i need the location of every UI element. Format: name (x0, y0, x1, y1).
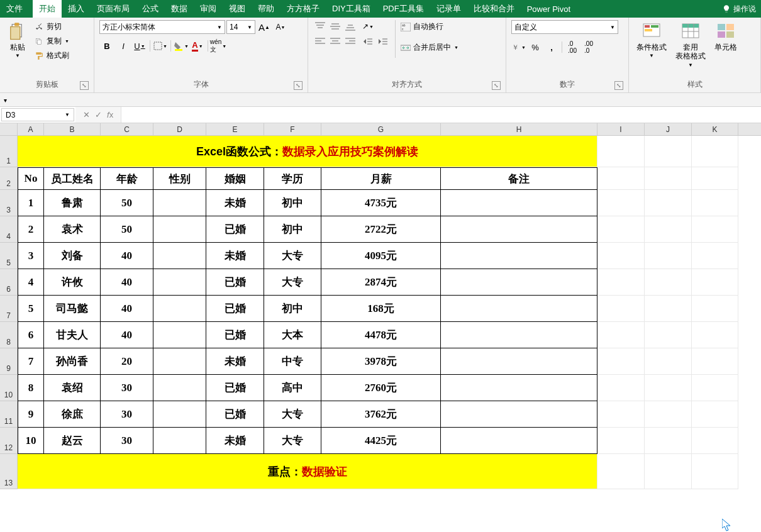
column-header[interactable]: A (18, 123, 44, 135)
underline-button[interactable]: U▼ (132, 39, 147, 53)
cell[interactable] (645, 167, 692, 190)
name-box[interactable]: D3▼ (1, 108, 74, 121)
cell[interactable] (692, 296, 738, 322)
row-header[interactable]: 8 (0, 322, 18, 348)
cell[interactable] (597, 375, 645, 401)
table-cell[interactable]: 5 (18, 296, 44, 322)
table-cell[interactable]: 已婚 (206, 269, 264, 296)
dialog-launcher-icon[interactable]: ⤡ (294, 81, 303, 90)
font-name-combo[interactable]: 方正小标宋简体▼ (99, 20, 225, 34)
cell[interactable] (692, 243, 738, 269)
align-bottom-button[interactable] (343, 20, 357, 33)
cell[interactable] (597, 401, 645, 428)
align-right-button[interactable] (343, 35, 357, 48)
table-cell[interactable]: 2874元 (321, 269, 441, 296)
cell[interactable] (597, 136, 645, 167)
cell[interactable] (597, 216, 645, 243)
table-cell[interactable]: 3762元 (321, 401, 441, 428)
row-header[interactable]: 1 (0, 136, 18, 167)
table-cell[interactable]: 未婚 (206, 190, 264, 216)
table-cell[interactable]: 4735元 (321, 190, 441, 216)
table-cell[interactable]: 大专 (264, 401, 321, 428)
table-cell[interactable]: 许攸 (44, 269, 101, 296)
cell[interactable] (597, 269, 645, 296)
table-cell[interactable]: 2722元 (321, 216, 441, 243)
row-header[interactable]: 9 (0, 348, 18, 375)
tab-record[interactable]: 记录单 (430, 0, 467, 18)
bold-button[interactable]: B (99, 39, 114, 53)
tab-help[interactable]: 帮助 (252, 0, 281, 18)
table-cell[interactable]: 4478元 (321, 322, 441, 348)
align-center-button[interactable] (328, 35, 342, 48)
table-header[interactable]: 员工姓名 (44, 167, 101, 190)
table-header[interactable]: No (18, 167, 44, 190)
cell[interactable] (645, 375, 692, 401)
tab-file[interactable]: 文件 (0, 0, 29, 18)
table-cell[interactable] (441, 296, 597, 322)
table-cell[interactable] (153, 348, 206, 375)
cell[interactable] (645, 243, 692, 269)
cell[interactable] (692, 167, 738, 190)
table-cell[interactable]: 40 (101, 243, 153, 269)
row-header[interactable]: 11 (0, 401, 18, 428)
row-header[interactable]: 6 (0, 269, 18, 296)
table-cell[interactable]: 40 (101, 322, 153, 348)
table-cell[interactable]: 2760元 (321, 375, 441, 401)
cell[interactable] (645, 269, 692, 296)
table-cell[interactable] (441, 401, 597, 428)
cell[interactable] (597, 190, 645, 216)
table-cell[interactable]: 30 (101, 375, 153, 401)
table-header[interactable]: 学历 (264, 167, 321, 190)
conditional-format-button[interactable]: 条件格式 ▼ (634, 20, 669, 60)
dialog-launcher-icon[interactable]: ⤡ (492, 81, 501, 90)
cell[interactable] (645, 348, 692, 375)
column-header[interactable]: F (264, 123, 321, 135)
cell[interactable] (692, 322, 738, 348)
dialog-launcher-icon[interactable]: ⤡ (614, 81, 623, 90)
table-cell[interactable]: 50 (101, 190, 153, 216)
table-cell[interactable]: 大专 (264, 243, 321, 269)
table-cell[interactable] (441, 216, 597, 243)
table-cell[interactable] (153, 216, 206, 243)
tab-compare[interactable]: 比较和合并 (467, 0, 521, 18)
column-header[interactable]: K (692, 123, 738, 135)
table-cell[interactable]: 9 (18, 401, 44, 428)
merge-center-button[interactable]: 合并后居中 ▼ (401, 41, 458, 54)
table-cell[interactable]: 鲁肃 (44, 190, 101, 216)
formula-input[interactable] (121, 107, 761, 123)
table-cell[interactable]: 初中 (264, 296, 321, 322)
cell[interactable] (692, 136, 738, 167)
table-header[interactable]: 月薪 (321, 167, 441, 190)
table-cell[interactable]: 刘备 (44, 243, 101, 269)
table-cell[interactable]: 50 (101, 216, 153, 243)
table-cell[interactable] (153, 190, 206, 216)
table-cell[interactable]: 大专 (264, 428, 321, 454)
table-cell[interactable] (441, 322, 597, 348)
table-cell[interactable]: 袁绍 (44, 375, 101, 401)
percent-button[interactable]: % (528, 40, 543, 54)
align-left-button[interactable] (313, 35, 327, 48)
table-cell[interactable]: 孙尚香 (44, 348, 101, 375)
table-cell[interactable]: 已婚 (206, 216, 264, 243)
tab-ffgz[interactable]: 方方格子 (281, 0, 326, 18)
table-cell[interactable]: 未婚 (206, 243, 264, 269)
number-format-combo[interactable]: 自定义▼ (511, 20, 618, 34)
row-header[interactable]: 13 (0, 454, 18, 489)
tab-review[interactable]: 审阅 (194, 0, 223, 18)
tab-home[interactable]: 开始 (33, 0, 62, 18)
table-header[interactable]: 婚姻 (206, 167, 264, 190)
row-header[interactable]: 2 (0, 167, 18, 190)
cell[interactable] (692, 428, 738, 454)
spreadsheet-grid[interactable]: ABCDEFGHIJK 12345678910111213 Excel函数公式：… (0, 123, 761, 489)
table-cell[interactable]: 1 (18, 190, 44, 216)
table-cell[interactable]: 司马懿 (44, 296, 101, 322)
row-header[interactable]: 10 (0, 375, 18, 401)
cancel-icon[interactable]: ✕ (83, 110, 90, 119)
tab-insert[interactable]: 插入 (62, 0, 91, 18)
format-table-button[interactable]: 套用 表格格式 ▼ (673, 20, 708, 69)
phonetic-button[interactable]: wén文▼ (211, 39, 226, 53)
cell[interactable] (692, 401, 738, 428)
table-cell[interactable]: 未婚 (206, 428, 264, 454)
column-header[interactable]: E (206, 123, 264, 135)
qat-dropdown-icon[interactable]: ▾ (4, 97, 10, 103)
